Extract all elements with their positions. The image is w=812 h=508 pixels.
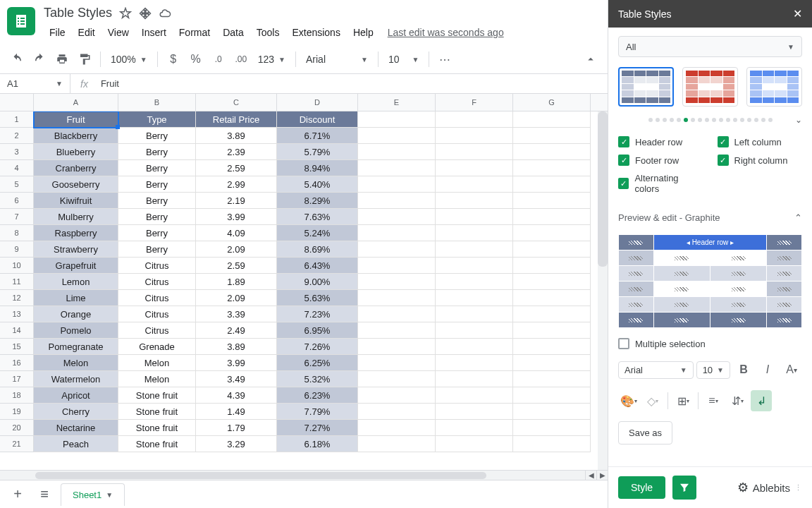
move-icon[interactable]: [139, 7, 152, 20]
cell[interactable]: [436, 111, 513, 128]
menu-tools[interactable]: Tools: [251, 24, 285, 41]
col-header-g[interactable]: G: [513, 94, 591, 111]
cell[interactable]: 2.59: [196, 258, 277, 274]
cell[interactable]: [513, 258, 591, 274]
row-header[interactable]: 13: [0, 306, 34, 322]
cell[interactable]: Melon: [34, 355, 118, 371]
col-header-c[interactable]: C: [196, 94, 277, 111]
cell[interactable]: Melon: [118, 371, 196, 387]
cell[interactable]: Peach: [34, 436, 118, 452]
chevron-down-icon[interactable]: ⌄: [795, 115, 802, 125]
cell[interactable]: [513, 436, 591, 452]
currency-button[interactable]: $: [164, 49, 183, 69]
cell[interactable]: [436, 193, 513, 209]
row-header[interactable]: 17: [0, 371, 34, 387]
cell[interactable]: [436, 290, 513, 306]
cell[interactable]: 5.40%: [277, 176, 358, 193]
cell[interactable]: [513, 176, 591, 193]
more-toolbar-button[interactable]: ⋯: [435, 49, 455, 69]
row-header[interactable]: 9: [0, 241, 34, 258]
horizontal-scrollbar[interactable]: ◀▶: [0, 470, 608, 480]
cell[interactable]: 2.39: [196, 144, 277, 160]
cell[interactable]: Raspberry: [34, 225, 118, 241]
style-filter-select[interactable]: All▼: [618, 36, 802, 57]
cell[interactable]: [513, 387, 591, 404]
cell[interactable]: Citrus: [118, 290, 196, 306]
col-header-e[interactable]: E: [358, 94, 436, 111]
apply-style-button[interactable]: Style: [618, 476, 665, 499]
cell[interactable]: [436, 209, 513, 225]
cell[interactable]: 8.94%: [277, 160, 358, 176]
cell[interactable]: [513, 225, 591, 241]
filter-icon[interactable]: [672, 476, 696, 500]
cell[interactable]: [436, 436, 513, 452]
row-header[interactable]: 5: [0, 176, 34, 193]
paint-format-button[interactable]: [75, 49, 94, 69]
cell[interactable]: Discount: [277, 111, 358, 128]
cell[interactable]: [513, 290, 591, 306]
cloud-icon[interactable]: [159, 7, 171, 20]
cell[interactable]: [358, 144, 436, 160]
alternating-colors-checkbox[interactable]: ✓Alternating colors: [618, 173, 703, 194]
cell[interactable]: 4.39: [196, 387, 277, 404]
header-row-checkbox[interactable]: ✓Header row: [618, 136, 703, 147]
cell[interactable]: 3.39: [196, 306, 277, 322]
ablebits-brand[interactable]: ⚙ Ablebits ⋮: [737, 480, 802, 495]
cell[interactable]: [436, 128, 513, 144]
row-header[interactable]: 21: [0, 436, 34, 452]
cell[interactable]: [436, 420, 513, 436]
last-edit-link[interactable]: Last edit was seconds ago: [381, 24, 511, 41]
cell[interactable]: Grenade: [118, 339, 196, 355]
cell[interactable]: [513, 306, 591, 322]
cell[interactable]: Fruit: [34, 111, 118, 128]
save-as-button[interactable]: Save as: [618, 421, 672, 445]
sb-font-size[interactable]: 10▼: [696, 361, 730, 379]
cell[interactable]: [436, 258, 513, 274]
row-header[interactable]: 15: [0, 339, 34, 355]
menu-edit[interactable]: Edit: [73, 24, 101, 41]
cell[interactable]: [513, 241, 591, 258]
cell[interactable]: 8.29%: [277, 193, 358, 209]
cell[interactable]: [436, 274, 513, 290]
cell[interactable]: Berry: [118, 176, 196, 193]
text-color-button[interactable]: A▾: [781, 359, 802, 380]
bold-button[interactable]: B: [733, 359, 754, 380]
cell[interactable]: [513, 193, 591, 209]
decimal-inc-button[interactable]: .00: [231, 49, 251, 69]
cell[interactable]: Stone fruit: [118, 420, 196, 436]
cell[interactable]: [358, 241, 436, 258]
cell[interactable]: Stone fruit: [118, 436, 196, 452]
sb-font-select[interactable]: Arial▼: [618, 361, 694, 379]
cell[interactable]: Lemon: [34, 274, 118, 290]
cell[interactable]: 6.25%: [277, 355, 358, 371]
cell[interactable]: [513, 209, 591, 225]
font-select[interactable]: Arial▼: [302, 49, 372, 69]
cell[interactable]: Berry: [118, 241, 196, 258]
cell[interactable]: Stone fruit: [118, 387, 196, 404]
cell[interactable]: 2.49: [196, 322, 277, 339]
cell[interactable]: [358, 339, 436, 355]
cell[interactable]: 3.99: [196, 209, 277, 225]
cell[interactable]: 5.24%: [277, 225, 358, 241]
cell[interactable]: 6.95%: [277, 322, 358, 339]
multiple-selection-checkbox[interactable]: Multiple selection: [618, 338, 802, 349]
cell[interactable]: [358, 387, 436, 404]
col-header-b[interactable]: B: [118, 94, 196, 111]
cell[interactable]: 1.79: [196, 420, 277, 436]
cell[interactable]: [358, 306, 436, 322]
cell[interactable]: [513, 371, 591, 387]
cell[interactable]: 7.26%: [277, 339, 358, 355]
cell[interactable]: 6.43%: [277, 258, 358, 274]
row-header[interactable]: 10: [0, 258, 34, 274]
cell[interactable]: 2.19: [196, 193, 277, 209]
cell[interactable]: [436, 339, 513, 355]
cell[interactable]: [513, 144, 591, 160]
style-red-thumb[interactable]: [682, 67, 738, 107]
cell[interactable]: [358, 209, 436, 225]
menu-file[interactable]: File: [44, 24, 71, 41]
cell[interactable]: Berry: [118, 193, 196, 209]
cell[interactable]: 6.23%: [277, 387, 358, 404]
right-column-checkbox[interactable]: ✓Right column: [718, 155, 803, 166]
cell[interactable]: 2.59: [196, 160, 277, 176]
cell[interactable]: [358, 193, 436, 209]
